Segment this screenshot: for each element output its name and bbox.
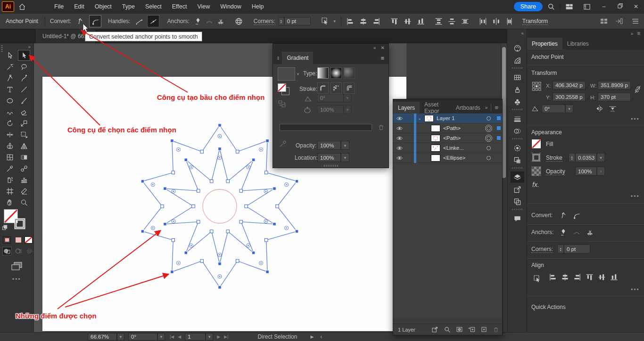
zoom-tool[interactable] [18,197,30,208]
stroke-weight-field[interactable]: 0.0353 [575,153,597,162]
reference-point-grid[interactable] [531,81,542,91]
linear-gradient-button[interactable] [317,67,329,79]
stroke-swatch[interactable] [13,217,26,230]
draw-behind-mode-button[interactable] [14,247,23,255]
symbol-sprayer-tool[interactable] [4,174,16,185]
menu-help[interactable]: Help [252,3,264,10]
props-align-hcenter-button[interactable] [561,273,569,281]
props-align-right-button[interactable] [573,273,581,281]
illustrator-logo[interactable]: Ai [2,1,14,12]
dock-icons-1[interactable] [597,18,611,24]
props-corners-label[interactable]: Corners: [531,246,553,253]
gradient-swatch-chevron[interactable]: ▾ [297,72,299,76]
tab-properties[interactable]: Properties [527,38,562,49]
tab-asset-export[interactable]: Asset Expor [420,102,451,114]
fill-label[interactable]: Fill [546,141,553,147]
color-button[interactable] [3,236,11,244]
rotate-tool[interactable] [4,118,16,129]
direct-selection-tool[interactable] [18,50,30,61]
dist-hcenter-button[interactable] [491,16,502,27]
shaper-tool[interactable] [4,106,16,117]
target-circle[interactable] [487,116,491,121]
corners-field[interactable]: 0 pt [284,17,311,25]
blend-tool[interactable] [18,163,30,174]
hand-tool[interactable] [4,197,16,208]
eyedropper-tool[interactable] [4,163,16,174]
mesh-tool[interactable] [4,152,16,162]
screen-mode-icon[interactable] [8,260,25,272]
menu-object[interactable]: Object [95,3,112,10]
paintbrush-tool[interactable] [18,95,30,106]
stroke-within-button[interactable] [317,82,329,94]
dist-hleft-button[interactable] [478,16,488,27]
align-bottom-button[interactable] [416,16,426,27]
dock-comments-icon[interactable] [511,213,524,224]
menu-window[interactable]: Window [220,3,241,10]
properties-collapse-icon[interactable]: » [630,31,633,36]
layer-thumbnail[interactable] [431,135,440,142]
gradient-opacity-chevron[interactable]: ▾ [341,141,349,150]
toolbar-more-icon[interactable]: ••• [12,276,21,283]
workspace-switcher-icon[interactable] [560,3,578,10]
scale-tool[interactable] [18,118,30,129]
gradient-button[interactable] [14,236,22,244]
width-tool[interactable] [4,129,16,140]
props-corners-stepper[interactable]: ▴▾ [557,244,564,253]
flip-vertical-icon[interactable] [608,105,617,113]
last-artboard-icon[interactable]: ▶| [224,334,228,339]
align-left-button[interactable] [345,16,355,27]
opacity-field[interactable]: 100% [575,167,597,176]
transform-link[interactable]: Transform [522,18,548,25]
visibility-eye-icon[interactable] [393,146,405,151]
free-transform-tool[interactable] [18,129,30,140]
transform-more-icon[interactable]: ••• [631,116,640,122]
draw-normal-mode-button[interactable] [2,247,12,255]
target-circle[interactable] [487,156,491,160]
layer-thumbnail[interactable] [431,154,440,162]
slice-tool[interactable] [18,186,30,196]
select-similar-icon[interactable] [318,15,332,27]
minimize-button[interactable]: – [596,3,612,10]
layer-thumbnail[interactable] [431,145,440,152]
fx-button[interactable]: fx. [532,181,539,188]
appearance-stroke-swatch[interactable]: ???? [531,153,541,162]
rotate-angle-field[interactable]: 0° [542,105,565,113]
target-circle[interactable] [487,126,491,130]
props-remove-anchors-button[interactable] [557,226,570,238]
hamburger-menu-icon[interactable] [627,18,644,24]
swap-fill-stroke-icon[interactable] [2,225,8,231]
line-segment-tool[interactable] [18,84,30,95]
props-align-vcenter-button[interactable] [598,273,606,281]
align-more-icon[interactable]: ••• [631,286,640,293]
rotate-angle-chevron[interactable]: ▾ [565,105,573,113]
appearance-fill-swatch[interactable] [531,139,541,149]
menu-select[interactable]: Select [145,3,162,10]
zoom-level-chevron[interactable]: ▾ [117,333,124,341]
convert-to-smooth-button[interactable] [89,15,101,27]
target-circle[interactable] [487,146,491,150]
dock-color-icon[interactable] [511,42,524,54]
dock-icons-2[interactable] [611,18,627,24]
menu-file[interactable]: File [54,3,64,10]
dock-transparency-icon[interactable] [511,125,524,137]
dock-color-guide-icon[interactable] [511,55,524,66]
isolate-globe-icon[interactable] [233,15,245,27]
y-field[interactable]: 300.2558 p [553,93,586,101]
make-mask-icon[interactable] [453,326,465,333]
dock-artboards-icon[interactable] [511,196,524,207]
dock-stroke-icon[interactable] [511,113,524,124]
type-tool[interactable] [4,84,16,95]
layer-name[interactable]: <Path> [443,125,487,131]
rotation-field[interactable]: 0° [128,333,157,341]
opacity-link-label[interactable]: Opacity [546,168,565,175]
close-button[interactable]: ✕ [628,3,644,10]
collect-for-export-icon[interactable] [429,326,441,333]
props-convert-corner-button[interactable] [557,209,570,221]
visibility-eye-icon[interactable] [393,126,405,131]
corners-label[interactable]: Corners: [254,18,275,25]
layer-name[interactable]: <Path> [443,135,487,141]
ellipse-tool[interactable] [4,95,16,106]
tab-layers[interactable]: Layers [393,102,420,114]
radial-gradient-button[interactable] [330,67,342,79]
selection-indicator[interactable] [495,136,502,140]
